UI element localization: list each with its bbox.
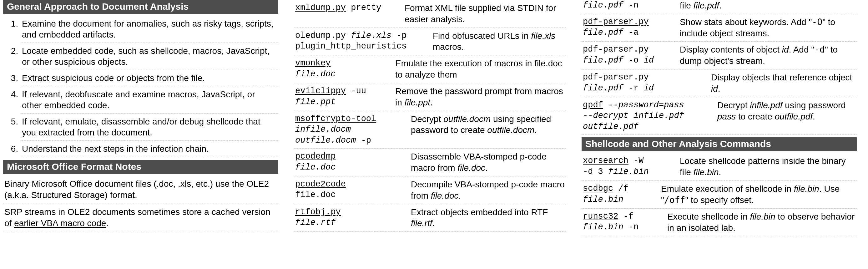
desc-mono: -O: [812, 17, 823, 27]
desc-text: .: [719, 167, 721, 177]
command-row: xmldump.py pretty Format XML file suppli…: [294, 0, 566, 28]
tool-link[interactable]: pcode2code: [295, 180, 346, 189]
command-row: rtfobj.py file.rtf Extract objects embed…: [294, 204, 566, 232]
desc-arg: id: [782, 45, 789, 54]
section-header-office: Microsoft Office Format Notes: [3, 160, 278, 174]
step-item: If relevant, emulate, disassemble and/or…: [21, 114, 278, 141]
desc-arg: outfile.docm: [443, 114, 491, 124]
description-cell: Display contents of object id. Add "-d" …: [680, 44, 856, 67]
cmd-arg: file.rtf: [295, 218, 336, 228]
desc-arg: file.bin: [750, 212, 775, 221]
section-header-general: General Approach to Document Analysis: [3, 0, 278, 14]
note-item: Binary Microsoft Office document files (…: [3, 176, 278, 204]
command-row: msoffcrypto-tool infile.docm outfile.doc…: [294, 111, 566, 149]
desc-text: . Add ": [789, 45, 814, 54]
cmd-text: plugin_http_heuristics: [295, 41, 406, 51]
tool-link[interactable]: vmonkey: [295, 59, 331, 68]
command-cell: pdf-parser.py file.pdf -a: [583, 17, 671, 38]
cmd-text: pretty: [346, 3, 381, 12]
cmd-text: -uu: [346, 86, 366, 96]
cmd-arg: file.bin: [608, 167, 649, 176]
desc-text: Decrypt: [717, 100, 750, 110]
command-row: scdbgc /f file.bin Emulate execution of …: [582, 181, 857, 209]
desc-text: " to specify offset.: [685, 195, 754, 205]
desc-arg: outfile.pdf: [775, 112, 813, 121]
command-cell: oledump.py file.xls -p plugin_http_heuri…: [295, 30, 423, 52]
description-cell: Disassemble VBA-stomped p-code macro fro…: [411, 151, 565, 174]
tool-link[interactable]: msoffcrypto-tool: [295, 114, 376, 124]
cmd-arg: file.pdf: [583, 1, 623, 10]
step-item: Extract suspicious code or objects from …: [21, 70, 278, 86]
cmd-text: [603, 100, 608, 110]
command-row: pdf-parser.py file.pdf -a Show stats abo…: [582, 14, 857, 42]
command-row: evilclippy -uu file.ppt Remove the passw…: [294, 83, 566, 111]
tool-link[interactable]: evilclippy: [295, 86, 346, 96]
command-cell: qpdf --password=pass --decrypt infile.pd…: [583, 100, 708, 132]
tool-link[interactable]: rtfobj.py: [295, 207, 341, 217]
tool-link[interactable]: xmldump.py: [295, 3, 346, 12]
desc-text: macros.: [433, 42, 464, 52]
command-row: pcode2code file.doc Decompile VBA-stompe…: [294, 176, 566, 204]
description-cell: Decrypt infile.pdf using password pass t…: [717, 100, 856, 122]
column-3: file.pdf -n file file.pdf. pdf-parser.py…: [582, 0, 857, 236]
desc-arg: file.doc: [431, 191, 459, 201]
description-cell: file file.pdf.: [680, 0, 856, 11]
tool-link[interactable]: xorsearch: [583, 156, 628, 166]
tool-link[interactable]: runsc32: [583, 212, 618, 221]
step-item: If relevant, deobfuscate and examine mac…: [21, 86, 278, 114]
desc-arg: file.rtf: [411, 218, 432, 228]
note-text: .: [106, 218, 108, 228]
desc-arg: infile.pdf: [750, 100, 782, 110]
command-row: pcodedmp file.doc Disassemble VBA-stompe…: [294, 149, 566, 176]
command-cell: pdf-parser.py file.pdf -r id: [583, 72, 702, 93]
desc-text: Decrypt: [411, 114, 443, 124]
desc-text: Display objects that reference object: [711, 72, 852, 82]
tool-link[interactable]: pcodedmp: [295, 152, 336, 161]
cmd-arg: file.xls: [351, 31, 392, 40]
command-cell: file.pdf -n: [583, 0, 671, 11]
command-row: pdf-parser.py file.pdf -o id Display con…: [582, 41, 857, 69]
desc-text: .: [813, 112, 815, 121]
desc-mono: /off: [664, 195, 685, 205]
description-cell: Execute shellcode in file.bin to observe…: [667, 211, 856, 234]
desc-mono: -d: [814, 44, 825, 55]
note-item: SRP streams in OLE2 documents sometimes …: [3, 204, 278, 232]
description-cell: Format XML file supplied via STDIN for e…: [405, 2, 565, 25]
desc-arg: pass: [717, 112, 736, 121]
cmd-text: -a: [623, 28, 639, 37]
tool-link[interactable]: qpdf: [583, 100, 603, 110]
cmd-arg: outfile.docm: [295, 136, 356, 145]
desc-text: Execute shellcode in: [667, 212, 750, 221]
tool-link[interactable]: scdbgc: [583, 184, 613, 193]
command-cell: vmonkey file.doc: [295, 58, 386, 80]
cmd-text: oledump.py: [295, 31, 351, 40]
cmd-text: -r: [623, 84, 644, 93]
desc-arg: file.bin: [794, 184, 819, 193]
desc-text: to create: [736, 112, 775, 121]
cmd-arg: file.ppt: [295, 97, 336, 107]
command-cell: scdbgc /f file.bin: [583, 183, 652, 205]
desc-text: .: [485, 163, 488, 173]
description-cell: Decompile VBA-stomped p-code macro from …: [411, 179, 565, 202]
tool-link[interactable]: pdf-parser.py: [583, 17, 649, 27]
note-link[interactable]: earlier VBA macro code: [14, 218, 106, 228]
desc-text: .: [718, 84, 720, 93]
description-cell: Extract objects embedded into RTF file.r…: [411, 207, 565, 229]
command-cell: msoffcrypto-tool infile.docm outfile.doc…: [295, 114, 401, 146]
command-cell: xmldump.py pretty: [295, 2, 395, 13]
desc-arg: file.bin: [693, 167, 719, 177]
desc-text: .: [459, 191, 461, 201]
command-cell: rtfobj.py file.rtf: [295, 207, 401, 228]
cmd-arg: --password=pass: [608, 100, 684, 110]
cmd-arg: file.pdf: [583, 56, 623, 65]
desc-text: Find obfuscated URLs in: [433, 31, 531, 41]
description-cell: Show stats about keywords. Add "-O" to i…: [680, 17, 856, 39]
desc-text: Show stats about keywords. Add ": [680, 17, 812, 27]
cmd-text: pdf-parser.py: [583, 45, 649, 54]
command-cell: pcodedmp file.doc: [295, 151, 401, 173]
command-row: runsc32 -f file.bin -n Execute shellcode…: [582, 209, 857, 236]
cmd-arg: file.pdf: [583, 28, 623, 37]
cmd-text: -p: [356, 136, 371, 145]
cmd-text: /f: [613, 184, 628, 193]
desc-arg: outfile.docm: [487, 125, 534, 135]
